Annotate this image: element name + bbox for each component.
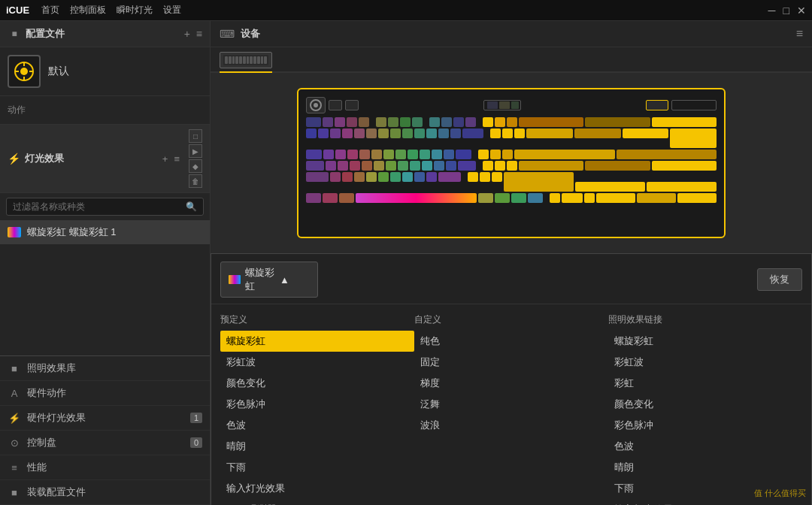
- custom-column: 自定义 纯色 固定 梯度 泛舞 波浪: [414, 310, 608, 505]
- dropdown-header: 螺旋彩虹 ▲ 恢复: [211, 262, 811, 304]
- load-profile-icon: ■: [8, 485, 21, 499]
- maximize-button[interactable]: □: [783, 5, 789, 17]
- preset-item-2[interactable]: 颜色变化: [220, 373, 414, 394]
- library-label: 照明效果库: [27, 361, 202, 375]
- keyboard-display: [297, 88, 726, 238]
- preset-item-6[interactable]: 下雨: [220, 457, 414, 478]
- preset-item-7[interactable]: 输入灯光效果: [220, 478, 414, 499]
- custom-item-1[interactable]: 固定: [414, 352, 608, 373]
- hw-lighting-icon: ⚡: [8, 411, 21, 425]
- device-menu-button[interactable]: ≡: [796, 27, 803, 41]
- config-header-left: ■ 配置文件: [8, 27, 65, 41]
- sidebar-item-performance[interactable]: ≡ 性能: [0, 455, 210, 480]
- effect-item-0[interactable]: 螺旋彩虹 螺旋彩虹 1: [0, 220, 210, 244]
- lighting-section: ⚡ 灯光效果 + ≡ □ ▶ ◆ 🗑 🔍: [0, 125, 210, 355]
- actions-section: 动作: [0, 96, 210, 125]
- lighting-menu-button[interactable]: ≡: [174, 153, 180, 165]
- selector-name: 螺旋彩虹: [245, 266, 275, 293]
- config-section-header: ■ 配置文件 + ≡: [0, 21, 210, 47]
- dropdown-arrow-icon: ▲: [280, 274, 310, 286]
- config-title: 配置文件: [26, 27, 65, 41]
- linked-item-5[interactable]: 色波: [608, 436, 802, 457]
- linked-item-8[interactable]: 输入灯光效果: [608, 499, 802, 505]
- tool-diamond[interactable]: ◆: [189, 159, 202, 173]
- sidebar-item-hw-lighting[interactable]: ⚡ 硬件灯光效果 1: [0, 406, 210, 431]
- effect-selector[interactable]: 螺旋彩虹 ▲: [220, 262, 318, 298]
- nav-control[interactable]: 控制面板: [70, 4, 106, 17]
- lighting-add-button[interactable]: +: [162, 153, 168, 165]
- device-icon: ⌨: [220, 28, 235, 40]
- preset-col-title: 预定义: [220, 310, 414, 331]
- device-title: 设备: [241, 27, 260, 41]
- sidebar-item-library[interactable]: ■ 照明效果库: [0, 356, 210, 381]
- nav-lighting[interactable]: 瞬时灯光: [117, 4, 153, 17]
- custom-item-0[interactable]: 纯色: [414, 331, 608, 352]
- sidebar-item-control[interactable]: ⊙ 控制盘 0: [0, 431, 210, 455]
- tool-delete[interactable]: 🗑: [189, 174, 202, 188]
- linked-column: 照明效果链接 螺旋彩虹 彩虹波 彩虹 颜色变化 彩色脉冲 色波 晴朗 下雨 输入…: [608, 310, 802, 505]
- minimize-button[interactable]: ─: [768, 5, 776, 17]
- custom-col-title: 自定义: [414, 310, 608, 331]
- preset-item-3[interactable]: 彩色脉冲: [220, 394, 414, 415]
- preset-item-1[interactable]: 彩虹波: [220, 352, 414, 373]
- tool-copy[interactable]: □: [189, 129, 202, 143]
- nav-home[interactable]: 首页: [41, 4, 59, 17]
- config-actions: + ≡: [184, 28, 202, 40]
- linked-item-3[interactable]: 颜色变化: [608, 394, 802, 415]
- search-bar: 🔍: [6, 198, 204, 216]
- linked-col-title: 照明效果链接: [608, 310, 802, 331]
- sidebar-item-load-profile[interactable]: ■ 装载配置文件: [0, 480, 210, 505]
- titlebar: iCUE 首页 控制面板 瞬时灯光 设置 ─ □ ✕: [0, 0, 812, 21]
- config-add-button[interactable]: +: [184, 28, 190, 40]
- custom-item-2[interactable]: 梯度: [414, 373, 608, 394]
- preset-item-4[interactable]: 色波: [220, 415, 414, 436]
- main-layout: ■ 配置文件 + ≡ 默认: [0, 21, 812, 505]
- restore-button[interactable]: 恢复: [757, 268, 802, 291]
- device-tabs: [211, 47, 812, 73]
- preset-item-8[interactable]: ViID 观测器: [220, 499, 414, 505]
- titlebar-nav: 首页 控制面板 瞬时灯光 设置: [41, 4, 181, 17]
- window-controls: ─ □ ✕: [768, 5, 806, 17]
- performance-icon: ≡: [8, 461, 21, 474]
- hw-lighting-badge: 1: [190, 413, 202, 423]
- hw-actions-label: 硬件动作: [27, 386, 202, 400]
- tool-play[interactable]: ▶: [189, 144, 202, 158]
- effect-color-indicator: [8, 227, 21, 237]
- nav-settings[interactable]: 设置: [163, 4, 181, 17]
- linked-item-0[interactable]: 螺旋彩虹: [608, 331, 802, 352]
- custom-item-4[interactable]: 波浪: [414, 415, 608, 436]
- library-icon: ■: [8, 361, 21, 375]
- dropdown-panel: 螺旋彩虹 ▲ 恢复 预定义 螺旋彩虹 彩虹波 颜色变化 彩色脉冲 色波 晴朗 下…: [211, 253, 812, 505]
- profile-item[interactable]: 默认: [0, 47, 210, 96]
- performance-label: 性能: [27, 461, 202, 474]
- preset-item-5[interactable]: 晴朗: [220, 436, 414, 457]
- config-menu-button[interactable]: ≡: [196, 28, 202, 40]
- lighting-header: ⚡ 灯光效果 + ≡ □ ▶ ◆ 🗑: [0, 125, 210, 193]
- lighting-header-left: ⚡ 灯光效果: [8, 152, 64, 165]
- control-badge: 0: [190, 437, 202, 448]
- titlebar-left: iCUE 首页 控制面板 瞬时灯光 设置: [6, 4, 181, 17]
- dropdown-content: 预定义 螺旋彩虹 彩虹波 颜色变化 彩色脉冲 色波 晴朗 下雨 输入灯光效果 V…: [211, 304, 811, 505]
- control-icon: ⊙: [8, 436, 21, 449]
- linked-item-2[interactable]: 彩虹: [608, 373, 802, 394]
- load-profile-label: 装载配置文件: [27, 485, 202, 499]
- sidebar-item-hw-actions[interactable]: A 硬件动作: [0, 381, 210, 406]
- actions-title: 动作: [8, 101, 202, 119]
- device-header-left: ⌨ 设备: [220, 27, 260, 41]
- hw-lighting-label: 硬件灯光效果: [27, 411, 184, 425]
- control-label: 控制盘: [27, 436, 184, 449]
- device-header: ⌨ 设备 ≡: [211, 21, 812, 47]
- search-icon: 🔍: [186, 201, 197, 212]
- hw-actions-icon: A: [8, 386, 21, 400]
- right-panel: ⌨ 设备 ≡: [211, 21, 812, 505]
- linked-item-1[interactable]: 彩虹波: [608, 352, 802, 373]
- config-icon: ■: [8, 27, 21, 41]
- custom-item-3[interactable]: 泛舞: [414, 394, 608, 415]
- preset-item-0[interactable]: 螺旋彩虹: [220, 331, 414, 352]
- search-input[interactable]: [13, 201, 181, 212]
- tab-keyboard[interactable]: [220, 47, 272, 73]
- linked-item-4[interactable]: 彩色脉冲: [608, 415, 802, 436]
- lightning-icon: ⚡: [8, 153, 20, 165]
- linked-item-6[interactable]: 晴朗: [608, 457, 802, 478]
- close-button[interactable]: ✕: [797, 5, 806, 17]
